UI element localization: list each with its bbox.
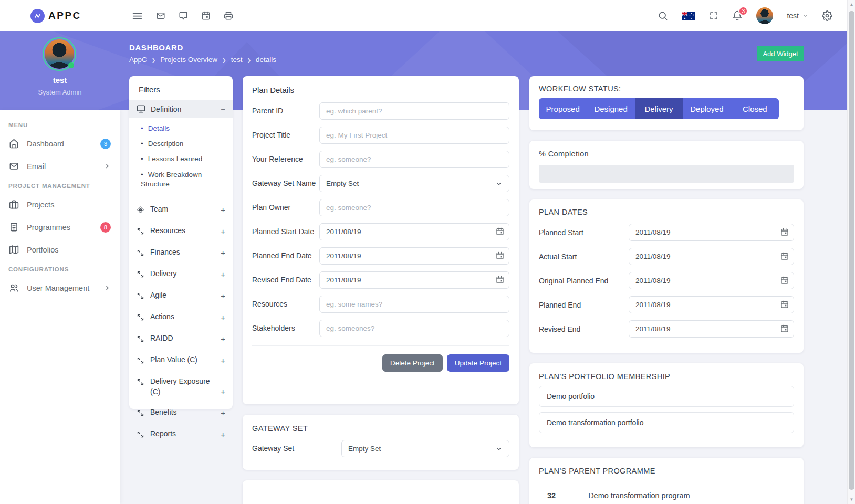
filter-group-raidd[interactable]: RAIDD + bbox=[129, 329, 233, 349]
expand-plus-icon[interactable]: + bbox=[221, 333, 225, 344]
planned-start-date-input[interactable] bbox=[319, 223, 509, 240]
breadcrumb-item[interactable]: details bbox=[256, 56, 276, 64]
expand-plus-icon[interactable]: + bbox=[221, 226, 225, 237]
filter-child-lessons[interactable]: Lessons Leanred bbox=[137, 154, 226, 164]
revised-end-date-input[interactable] bbox=[319, 271, 509, 289]
filters-panel: Filters Definition − Details Description… bbox=[129, 76, 233, 409]
collapse-minus-icon[interactable]: − bbox=[221, 104, 225, 113]
filter-group-delivery[interactable]: Delivery + bbox=[129, 265, 233, 284]
diagonal-arrows-icon bbox=[137, 409, 144, 417]
field-label: Parent ID bbox=[252, 102, 319, 116]
expand-plus-icon[interactable]: + bbox=[221, 247, 225, 258]
planned-end-date-input[interactable] bbox=[319, 247, 509, 265]
breadcrumb-item[interactable]: Projects Overview bbox=[160, 56, 217, 64]
expand-plus-icon[interactable]: + bbox=[221, 386, 225, 397]
programme-row[interactable]: 32 Demo transformation program bbox=[539, 491, 794, 500]
chat-icon[interactable] bbox=[179, 11, 188, 20]
user-avatar[interactable] bbox=[756, 7, 773, 24]
parent-id-input[interactable] bbox=[319, 102, 509, 120]
filter-definition[interactable]: Definition − bbox=[129, 100, 233, 118]
language-flag-australia[interactable] bbox=[682, 12, 695, 20]
scroll-down-arrow[interactable] bbox=[848, 497, 855, 502]
original-planned-end-input[interactable] bbox=[629, 272, 794, 289]
mail-icon[interactable] bbox=[156, 11, 165, 20]
sidebar-item-programmes[interactable]: Programmes 8 bbox=[0, 216, 120, 238]
filter-group-plan-value[interactable]: Plan Value (C) + bbox=[129, 351, 233, 370]
filter-group-resources[interactable]: Resources + bbox=[129, 222, 233, 241]
filter-child-details[interactable]: Details bbox=[137, 124, 226, 133]
filter-group-reports[interactable]: Reports + bbox=[129, 425, 233, 444]
stakeholders-input[interactable] bbox=[319, 320, 509, 337]
filter-group-team[interactable]: Team + bbox=[129, 200, 233, 219]
plan-owner-input[interactable] bbox=[319, 199, 509, 216]
filter-group-delivery-exposure[interactable]: Delivery Exposure (C) + bbox=[129, 372, 233, 401]
calendar-icon[interactable] bbox=[201, 11, 211, 20]
workflow-status-deployed[interactable]: Deployed bbox=[683, 98, 731, 119]
menu-section-label: PROJECT MANAGEMENT bbox=[0, 177, 120, 193]
filter-group-finances[interactable]: Finances + bbox=[129, 243, 233, 262]
portfolio-item[interactable]: Demo portfolio bbox=[539, 386, 794, 407]
sidebar-item-projects[interactable]: Projects bbox=[0, 193, 120, 216]
partial-panel bbox=[243, 480, 519, 504]
your-reference-input[interactable] bbox=[319, 151, 509, 168]
sidebar-item-email[interactable]: Email bbox=[0, 155, 120, 177]
project-title-input[interactable] bbox=[319, 127, 509, 144]
users-icon bbox=[9, 283, 19, 293]
expand-plus-icon[interactable]: + bbox=[221, 312, 225, 323]
expand-plus-icon[interactable]: + bbox=[221, 269, 225, 280]
expand-plus-icon[interactable]: + bbox=[221, 290, 225, 301]
breadcrumb-item[interactable]: AppC bbox=[129, 56, 147, 64]
sidebar-item-user-management[interactable]: User Management bbox=[0, 277, 120, 299]
breadcrumb-item[interactable]: test bbox=[231, 56, 243, 64]
expand-plus-icon[interactable]: + bbox=[221, 355, 225, 366]
sidebar-item-portfolios[interactable]: Portfolios bbox=[0, 238, 120, 261]
diagonal-arrows-icon bbox=[137, 292, 144, 300]
filter-child-description[interactable]: Description bbox=[137, 139, 226, 149]
search-icon[interactable] bbox=[658, 10, 668, 21]
programme-id: 32 bbox=[547, 491, 556, 500]
filter-group-actions[interactable]: Actions + bbox=[129, 308, 233, 327]
expand-plus-icon[interactable]: + bbox=[221, 204, 225, 215]
workflow-status-designed[interactable]: Designed bbox=[587, 98, 634, 119]
printer-icon[interactable] bbox=[224, 11, 233, 20]
gateway-set-name-select[interactable]: Empty Set bbox=[319, 175, 509, 192]
sidebar-item-dashboard[interactable]: Dashboard 3 bbox=[0, 132, 120, 155]
gateway-set-select[interactable]: Empty Set bbox=[341, 440, 509, 457]
panel-title: PLAN'S PARENT PROGRAMME bbox=[539, 467, 794, 475]
filter-group-benefits[interactable]: Benefits + bbox=[129, 403, 233, 423]
app-logo[interactable]: APPC bbox=[30, 9, 81, 23]
resources-input[interactable] bbox=[319, 296, 509, 313]
diagonal-arrows-icon bbox=[137, 378, 144, 386]
delete-project-button[interactable]: Delete Project bbox=[382, 354, 443, 372]
fan-icon bbox=[137, 206, 144, 214]
fullscreen-icon[interactable] bbox=[709, 11, 718, 20]
completion-label: % Completion bbox=[539, 150, 794, 158]
vertical-scrollbar[interactable] bbox=[847, 0, 855, 504]
planned-end-input[interactable] bbox=[629, 296, 794, 313]
workflow-status-proposed[interactable]: Proposed bbox=[539, 98, 587, 119]
workflow-status-delivery[interactable]: Delivery bbox=[635, 98, 683, 119]
hamburger-menu-icon[interactable] bbox=[132, 10, 143, 22]
scroll-up-arrow[interactable] bbox=[848, 2, 855, 7]
portfolio-item[interactable]: Demo transformation portfolio bbox=[539, 412, 794, 433]
expand-plus-icon[interactable]: + bbox=[221, 407, 225, 418]
sidebar-item-label: Programmes bbox=[27, 223, 70, 232]
profile-name: test bbox=[0, 76, 120, 85]
filters-title: Filters bbox=[129, 76, 233, 100]
settings-gear-icon[interactable] bbox=[822, 10, 832, 21]
filter-group-agile[interactable]: Agile + bbox=[129, 286, 233, 306]
notifications-bell-icon[interactable]: 3 bbox=[732, 10, 743, 21]
scrollbar-thumb[interactable] bbox=[849, 11, 854, 490]
update-project-button[interactable]: Update Project bbox=[447, 354, 509, 372]
revised-end-input[interactable] bbox=[629, 320, 794, 338]
profile-avatar[interactable] bbox=[43, 37, 76, 71]
user-menu[interactable]: test bbox=[787, 12, 808, 20]
expand-plus-icon[interactable]: + bbox=[221, 429, 225, 440]
divider bbox=[539, 482, 794, 482]
filter-child-wbs[interactable]: Work Breakdown Structure bbox=[137, 170, 226, 189]
sidebar-item-label: User Management bbox=[27, 284, 89, 292]
add-widget-button[interactable]: Add Widget bbox=[757, 46, 804, 61]
planned-start-input[interactable] bbox=[629, 224, 794, 241]
actual-start-input[interactable] bbox=[629, 248, 794, 265]
workflow-status-closed[interactable]: Closed bbox=[731, 98, 779, 119]
